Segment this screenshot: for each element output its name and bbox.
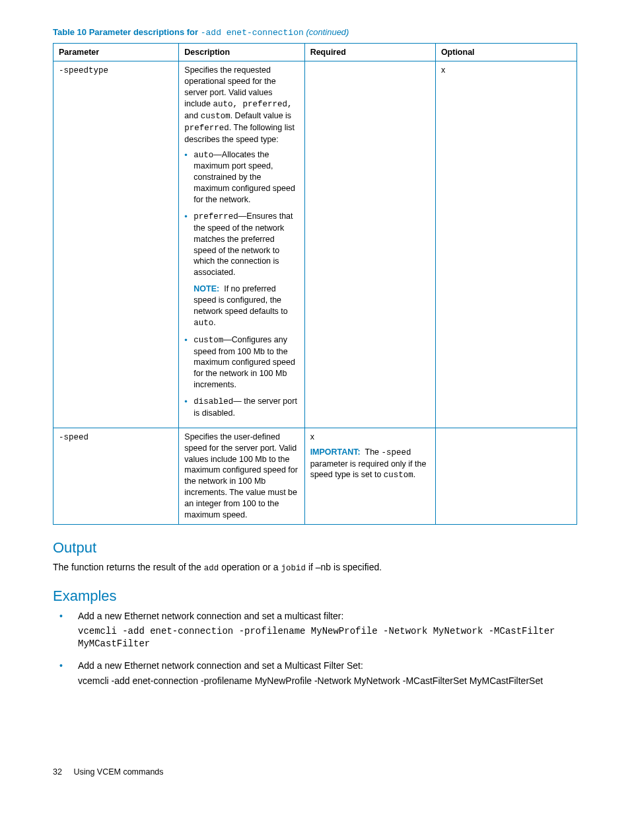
li-code: auto xyxy=(193,151,213,160)
caption-prefix: Table 10 Parameter descriptions for xyxy=(53,27,201,37)
param-code: -speedtype xyxy=(59,66,108,75)
note-block: NOTE: If no preferred speed is configure… xyxy=(193,284,298,329)
table-row: -speed Specifies the user-defined speed … xyxy=(53,428,577,524)
note-label: NOTE: xyxy=(193,284,219,293)
list-item: custom—Configures any speed from 100 Mb … xyxy=(184,334,298,391)
important-block: IMPORTANT: The -speed parameter is requi… xyxy=(310,447,430,482)
output-heading: Output xyxy=(53,538,577,558)
list-item: disabled— the server port is disabled. xyxy=(184,396,298,419)
required-x: x xyxy=(310,432,430,443)
table-row: -speedtype Specifies the requested opera… xyxy=(53,61,577,428)
example-code-plain: vcemcli -add enet-connection -profilenam… xyxy=(78,675,577,687)
optional-cell xyxy=(435,428,577,524)
table-header-row: Parameter Description Required Optional xyxy=(53,43,577,61)
note-text: . xyxy=(213,318,215,327)
caption-code: -add enet-connection xyxy=(201,28,304,38)
imp-text: The xyxy=(365,447,382,457)
desc-code: custom xyxy=(201,112,230,121)
out-code: jobid xyxy=(281,564,306,573)
li-code: custom xyxy=(193,336,223,345)
examples-heading: Examples xyxy=(53,586,577,606)
optional-cell: x xyxy=(435,61,577,428)
example-code: vcemcli -add enet-connection -profilenam… xyxy=(78,625,577,650)
li-code: preferred xyxy=(193,212,238,221)
footer-section: Using VCEM commands xyxy=(73,767,163,777)
list-item: Add a new Ethernet network connection an… xyxy=(53,610,577,650)
col-description: Description xyxy=(179,43,304,61)
col-optional: Optional xyxy=(435,43,577,61)
desc-code: preferred xyxy=(184,124,229,133)
col-required: Required xyxy=(304,43,435,61)
desc-text: . Default value is xyxy=(230,111,291,120)
out-text: operation or a xyxy=(219,562,281,572)
caption-suffix: (continued) xyxy=(304,27,349,37)
desc-bullet-list: auto—Allocates the maximum port speed, c… xyxy=(184,149,298,419)
required-cell: x IMPORTANT: The -speed parameter is req… xyxy=(304,428,435,524)
param-name: -speedtype xyxy=(53,61,179,428)
required-cell xyxy=(304,61,435,428)
parameter-table: Parameter Description Required Optional … xyxy=(53,43,577,525)
param-name: -speed xyxy=(53,428,179,524)
param-code: -speed xyxy=(59,433,88,442)
table-caption: Table 10 Parameter descriptions for -add… xyxy=(53,26,577,39)
note-code: auto xyxy=(193,319,213,328)
imp-text: . xyxy=(413,470,415,479)
list-item: auto—Allocates the maximum port speed, c… xyxy=(184,149,298,206)
col-parameter: Parameter xyxy=(53,43,179,61)
desc-text: and xyxy=(184,111,200,120)
out-text: is specified. xyxy=(331,562,382,572)
page-number: 32 xyxy=(53,767,62,777)
example-text: Add a new Ethernet network connection an… xyxy=(78,611,343,621)
desc-code: auto, preferred, xyxy=(213,100,292,109)
list-item: preferred—Ensures that the speed of the … xyxy=(184,211,298,329)
param-description: Specifies the requested operational spee… xyxy=(179,61,304,428)
param-description: Specifies the user-defined speed for the… xyxy=(179,428,304,524)
out-code: add xyxy=(204,564,219,573)
li-code: disabled xyxy=(193,397,233,406)
imp-code: -speed xyxy=(382,448,411,457)
output-paragraph: The function returns the result of the a… xyxy=(53,561,577,574)
imp-code: custom xyxy=(384,471,413,480)
page-footer: 32 Using VCEM commands xyxy=(53,767,577,778)
example-text: Add a new Ethernet network connection an… xyxy=(78,660,363,671)
out-code: –nb xyxy=(316,562,331,572)
important-label: IMPORTANT: xyxy=(310,447,361,457)
out-text: if xyxy=(306,562,316,572)
examples-list: Add a new Ethernet network connection an… xyxy=(53,610,577,687)
out-text: The function returns the result of the xyxy=(53,562,204,572)
list-item: Add a new Ethernet network connection an… xyxy=(53,660,577,687)
